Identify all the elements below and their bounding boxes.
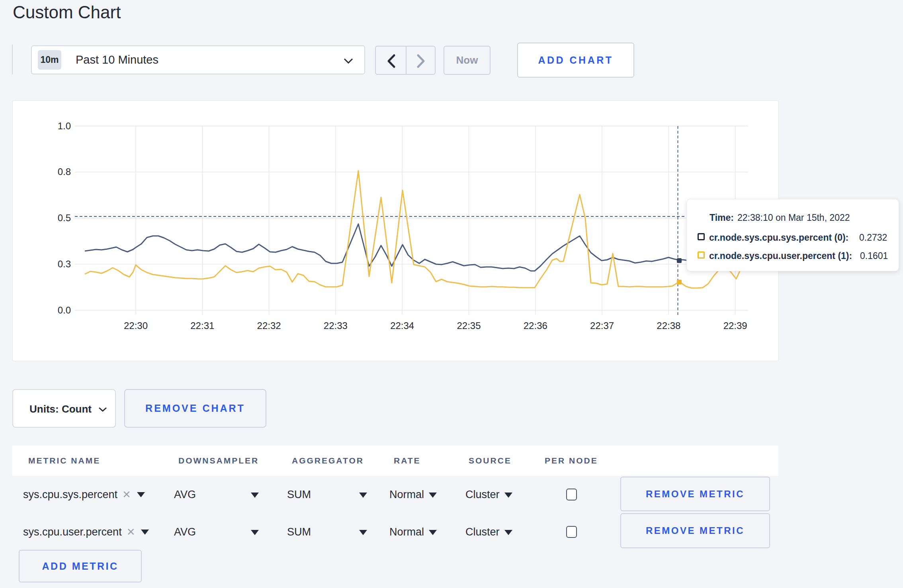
svg-text:22:31: 22:31: [190, 320, 214, 331]
svg-text:0.3: 0.3: [58, 259, 71, 269]
svg-text:22:33: 22:33: [324, 320, 348, 331]
svg-text:22:32: 22:32: [257, 320, 281, 331]
svg-text:1.0: 1.0: [58, 121, 71, 131]
svg-text:22:36: 22:36: [524, 320, 547, 331]
svg-text:22:38: 22:38: [657, 320, 680, 331]
svg-text:22:35: 22:35: [457, 320, 481, 331]
svg-text:22:37: 22:37: [590, 320, 614, 331]
svg-text:0.0: 0.0: [58, 305, 71, 315]
svg-text:0.8: 0.8: [58, 166, 71, 177]
svg-text:0.5: 0.5: [58, 212, 71, 223]
svg-text:22:34: 22:34: [390, 320, 414, 331]
svg-text:22:30: 22:30: [124, 320, 148, 331]
svg-text:22:39: 22:39: [723, 320, 747, 331]
